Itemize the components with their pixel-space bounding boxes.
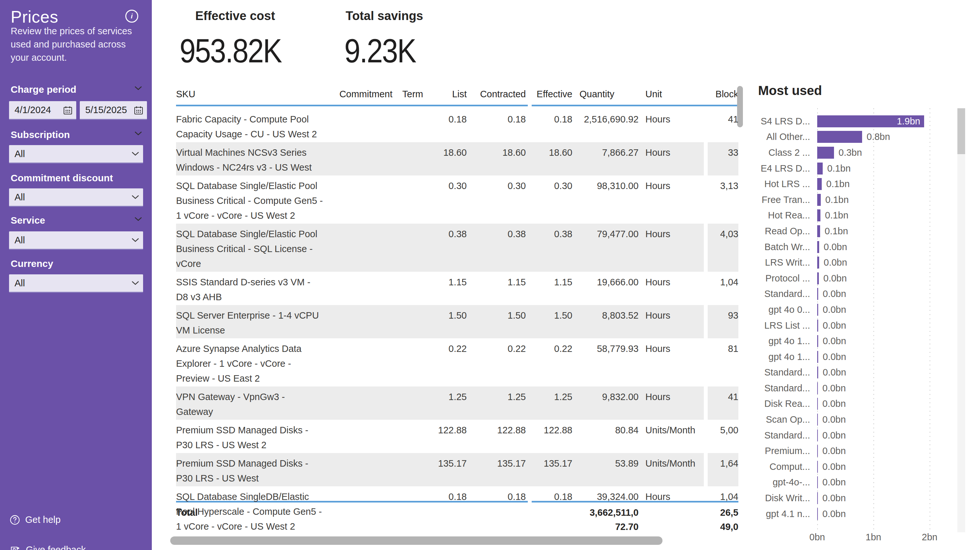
- chart-bar[interactable]: [817, 147, 834, 159]
- chart-row[interactable]: Disk Writ... 0.0bn: [752, 490, 962, 506]
- chevron-down-icon[interactable]: [134, 86, 142, 91]
- chart-row[interactable]: Free Tran... 0.1bn: [752, 192, 962, 208]
- column-header-unit[interactable]: Unit: [639, 85, 693, 99]
- table-row[interactable]: VPN Gateway - VpnGw3 - Gateway 1.25 1.25…: [176, 386, 738, 420]
- table-row[interactable]: SQL Database Single/Elastic Pool Busines…: [176, 224, 738, 272]
- chart-bar[interactable]: [817, 288, 818, 300]
- chart-row[interactable]: gpt 4o 0... 0.0bn: [752, 302, 962, 318]
- chart-title: Most used: [758, 83, 822, 98]
- give-feedback-button[interactable]: Give feedback: [10, 544, 86, 550]
- chart-row[interactable]: gpt 4.1 n... 0.0bn: [752, 506, 962, 522]
- cell-term: [393, 486, 423, 490]
- chart-row[interactable]: E4 LRS D... 0.1bn: [752, 161, 962, 177]
- sidebar: Prices i Review the prices of services u…: [0, 0, 152, 550]
- chart-row[interactable]: Protocol ... 0.0bn: [752, 271, 962, 286]
- chart-category-label: gpt 4o 1...: [752, 336, 810, 346]
- commitment-discount-dropdown[interactable]: All: [9, 188, 143, 207]
- table-row[interactable]: SQL Database Single/Elastic Pool Busines…: [176, 175, 738, 224]
- get-help-button[interactable]: Get help: [10, 515, 61, 525]
- cell-block: 5,00: [693, 420, 738, 438]
- chart-row[interactable]: Hot LRS ... 0.1bn: [752, 176, 962, 192]
- chart-bar[interactable]: 1.9bn: [817, 115, 924, 128]
- chart-row[interactable]: LRS Writ... 0.0bn: [752, 255, 962, 271]
- column-header-term[interactable]: Term: [393, 85, 423, 99]
- cell-term: [393, 305, 423, 309]
- chart-bar[interactable]: [817, 476, 818, 488]
- chart-bar[interactable]: [817, 367, 818, 378]
- chart-category-label: Disk Writ...: [752, 493, 810, 504]
- chart-bar[interactable]: [817, 131, 862, 143]
- cell-block: 1,04: [693, 272, 738, 290]
- get-help-label: Get help: [25, 515, 61, 525]
- chart-bar[interactable]: [817, 241, 819, 253]
- info-icon[interactable]: i: [125, 10, 138, 22]
- currency-dropdown[interactable]: All: [9, 274, 143, 293]
- chart-row[interactable]: Premium... 0.0bn: [752, 443, 962, 459]
- chart-bar[interactable]: [817, 304, 818, 316]
- service-dropdown[interactable]: All: [9, 231, 143, 250]
- table-row[interactable]: Premium SSD Managed Disks - P30 LRS - US…: [176, 453, 738, 486]
- chart-row[interactable]: gpt 4o 1... 0.0bn: [752, 349, 962, 365]
- chart-row[interactable]: gpt 4o 1... 0.0bn: [752, 333, 962, 349]
- date-to-field[interactable]: 5/15/2025: [80, 101, 147, 120]
- chart-row[interactable]: Standard... 0.0bn: [752, 286, 962, 302]
- chart-bar[interactable]: [817, 178, 822, 190]
- chart-bar[interactable]: [817, 508, 818, 520]
- page-description: Review the prices of services used and p…: [11, 25, 137, 64]
- column-header-effective[interactable]: Effective: [526, 85, 573, 99]
- table-row[interactable]: SQL Server Enterprise - 1-4 vCPU VM Lice…: [176, 305, 738, 338]
- cell-quantity: 8,803.52: [573, 305, 639, 324]
- chart-row[interactable]: Read Op... 0.1bn: [752, 223, 962, 239]
- column-header-quantity[interactable]: Quantity: [573, 85, 639, 99]
- chart-bar[interactable]: [817, 194, 821, 206]
- subscription-dropdown[interactable]: All: [9, 145, 143, 164]
- table-row[interactable]: SSIS Standard D-series v3 VM - D8 v3 AHB…: [176, 272, 738, 305]
- chart-row[interactable]: All Other... 0.8bn: [752, 129, 962, 145]
- table-horizontal-scrollbar[interactable]: [170, 536, 662, 545]
- chart-row[interactable]: Batch Wr... 0.0bn: [752, 239, 962, 255]
- column-header-list[interactable]: List: [423, 85, 467, 99]
- chart-row[interactable]: Hot Rea... 0.1bn: [752, 208, 962, 224]
- chart-bar[interactable]: [817, 351, 818, 363]
- table-row[interactable]: Azure Synapse Analytics Data Explorer - …: [176, 338, 738, 386]
- chart-row[interactable]: Comput... 0.0bn: [752, 459, 962, 475]
- date-from-field[interactable]: 4/1/2024: [9, 101, 76, 120]
- chart-row[interactable]: Standard... 0.0bn: [752, 365, 962, 381]
- chart-row[interactable]: Scan Op... 0.0bn: [752, 412, 962, 427]
- chart-bar[interactable]: [817, 225, 820, 237]
- calendar-icon[interactable]: [134, 106, 143, 115]
- chart-bar[interactable]: [817, 320, 818, 332]
- chart-bar[interactable]: [817, 335, 818, 347]
- chart-row[interactable]: gpt-4o-... 0.0bn: [752, 475, 962, 491]
- chart-bar[interactable]: [817, 461, 818, 473]
- chart-bar[interactable]: [817, 445, 818, 457]
- chevron-down-icon[interactable]: [134, 217, 142, 222]
- chart-bar[interactable]: [817, 398, 818, 410]
- chart-bar[interactable]: [817, 492, 818, 504]
- chart-bar[interactable]: [817, 273, 819, 284]
- chart-bar[interactable]: [817, 257, 819, 269]
- column-header-commitment[interactable]: Commitment: [328, 85, 393, 99]
- column-header-sku[interactable]: SKU: [176, 85, 328, 99]
- table-row[interactable]: Premium SSD Managed Disks - P30 LRS - US…: [176, 420, 738, 453]
- calendar-icon[interactable]: [63, 106, 72, 115]
- chart-bar[interactable]: [817, 382, 818, 394]
- chart-row[interactable]: Standard... 0.0bn: [752, 380, 962, 396]
- chart-row[interactable]: Class 2 ... 0.3bn: [752, 145, 962, 161]
- chevron-down-icon[interactable]: [134, 131, 142, 136]
- chart-row[interactable]: Standard... 0.0bn: [752, 427, 962, 443]
- column-header-block[interactable]: Block: [693, 85, 738, 99]
- table-row[interactable]: Virtual Machines NCSv3 Series Windows - …: [176, 142, 738, 175]
- chart-value-label: 0.0bn: [823, 320, 846, 331]
- chart-row[interactable]: Disk Rea... 0.0bn: [752, 396, 962, 412]
- chart-bar[interactable]: [817, 209, 821, 222]
- chart-row[interactable]: LRS List ... 0.0bn: [752, 318, 962, 333]
- table-row[interactable]: Fabric Capacity - Compute Pool Capacity …: [176, 109, 738, 142]
- chart-row[interactable]: S4 LRS D... 1.9bn: [752, 113, 962, 129]
- column-header-contracted[interactable]: Contracted: [467, 85, 526, 99]
- chart-bar[interactable]: [817, 163, 823, 174]
- chart-bar[interactable]: [817, 429, 818, 442]
- table-body: Fabric Capacity - Compute Pool Capacity …: [176, 109, 738, 534]
- chart-bar[interactable]: [817, 414, 818, 426]
- cell-block: 93: [693, 305, 738, 324]
